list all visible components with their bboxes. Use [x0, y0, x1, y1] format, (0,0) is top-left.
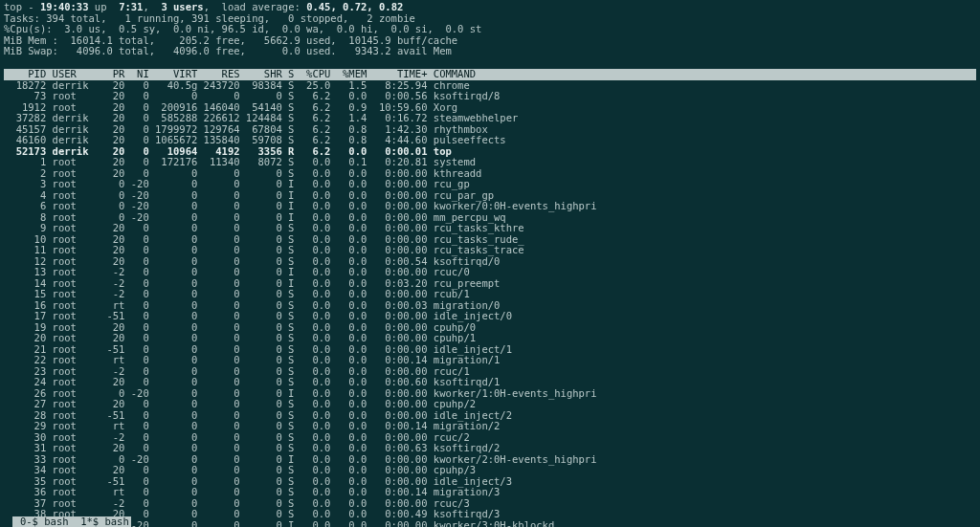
process-row[interactable]: 38 root 20 0 0 0 0 S 0.0 0.0 0:00.49 kso…	[4, 509, 976, 520]
process-row[interactable]: 24 root 20 0 0 0 0 S 0.0 0.0 0:00.60 kso…	[4, 377, 976, 388]
process-row[interactable]: 20 root 20 0 0 0 0 S 0.0 0.0 0:00.00 cpu…	[4, 333, 976, 344]
blank-line	[4, 57, 976, 69]
process-row[interactable]: 40 root 0 -20 0 0 0 I 0.0 0.0 0:00.00 kw…	[4, 520, 976, 528]
process-row[interactable]: 22 root rt 0 0 0 0 S 0.0 0.0 0:00.14 mig…	[4, 355, 976, 366]
process-row[interactable]: 13 root -2 0 0 0 0 I 0.0 0.0 0:00.00 rcu…	[4, 267, 976, 278]
process-row[interactable]: 27 root 20 0 0 0 0 S 0.0 0.0 0:00.00 cpu…	[4, 399, 976, 410]
summary-line-cpu: %Cpu(s): 3.0 us, 0.5 sy, 0.0 ni, 96.5 id…	[4, 24, 976, 35]
column-header-row[interactable]: PID USER PR NI VIRT RES SHR S %CPU %MEM …	[4, 69, 976, 80]
process-row[interactable]: 73 root 20 0 0 0 0 S 6.2 0.0 0:00.56 kso…	[4, 91, 976, 102]
tmux-status-bar[interactable]: 0-$ bash 1*$ bash	[0, 505, 131, 527]
process-row[interactable]: 36 root rt 0 0 0 0 S 0.0 0.0 0:00.14 mig…	[4, 487, 976, 498]
process-row[interactable]: 17 root -51 0 0 0 0 S 0.0 0.0 0:00.00 id…	[4, 311, 976, 322]
process-row[interactable]: 46160 derrik 20 0 1065672 135840 59708 S…	[4, 135, 976, 146]
process-row[interactable]: 37282 derrik 20 0 585288 226612 124484 S…	[4, 113, 976, 124]
process-row[interactable]: 34 root 20 0 0 0 0 S 0.0 0.0 0:00.00 cpu…	[4, 465, 976, 476]
process-row[interactable]: 11 root 20 0 0 0 0 S 0.0 0.0 0:00.00 rcu…	[4, 245, 976, 256]
process-row[interactable]: 9 root 20 0 0 0 0 S 0.0 0.0 0:00.00 rcu_…	[4, 223, 976, 234]
process-row[interactable]: 3 root 0 -20 0 0 0 I 0.0 0.0 0:00.00 rcu…	[4, 179, 976, 190]
summary-line-uptime: top - 19:40:33 up 7:31, 3 users, load av…	[4, 2, 976, 13]
process-list[interactable]: 18272 derrik 20 0 40.5g 243720 98384 S 2…	[4, 80, 976, 528]
process-row[interactable]: 15 root -2 0 0 0 0 S 0.0 0.0 0:00.00 rcu…	[4, 289, 976, 300]
terminal-window[interactable]: top - 19:40:33 up 7:31, 3 users, load av…	[0, 0, 980, 527]
tmux-window-tabs[interactable]: 0-$ bash 1*$ bash	[12, 516, 131, 528]
process-row[interactable]: 31 root 20 0 0 0 0 S 0.0 0.0 0:00.63 kso…	[4, 443, 976, 454]
process-row[interactable]: 1 root 20 0 172176 11340 8072 S 0.0 0.1 …	[4, 157, 976, 168]
process-row[interactable]: 6 root 0 -20 0 0 0 I 0.0 0.0 0:00.00 kwo…	[4, 201, 976, 212]
process-row[interactable]: 29 root rt 0 0 0 0 S 0.0 0.0 0:00.14 mig…	[4, 421, 976, 432]
summary-line-swap: MiB Swap: 4096.0 total, 4096.0 free, 0.0…	[4, 46, 976, 57]
